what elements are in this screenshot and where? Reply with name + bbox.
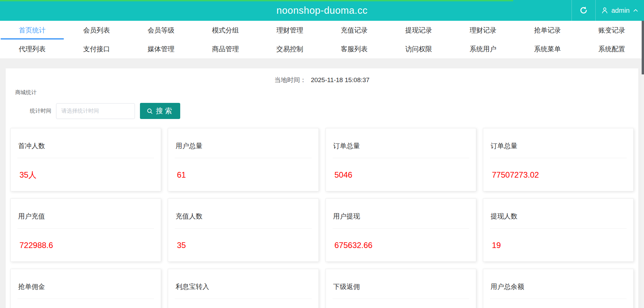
stat-value: 35人 [11,170,161,180]
stat-title: 用户总余额 [483,269,633,291]
page-load-progress-bar [0,0,513,1]
header-actions: admin [572,0,644,21]
stat-card-withdraw-users: 提现人数 19 [483,198,634,262]
nav-row-1: 首页统计 会员列表 会员等级 模式分组 理财管理 充值记录 提现记录 理财记录 … [0,21,644,40]
search-button[interactable]: 搜索 [140,103,180,119]
top-header: noonshop-duoma.cc admin [0,0,644,21]
stat-divider [175,158,311,158]
tab-system-config[interactable]: 系统配置 [580,40,644,58]
stat-card-subordinate-rebate: 下级返佣 [326,269,476,308]
stat-title: 订单总量 [326,128,476,150]
stat-value: 77507273.02 [483,170,633,180]
stat-value: 35 [168,241,318,250]
tab-product-manage[interactable]: 商品管理 [193,40,258,58]
stat-value: 675632.66 [326,241,476,250]
stats-filter-form: 统计时间 搜索 [10,103,634,119]
stat-title: 抢单佣金 [11,269,161,291]
chevron-up-icon [633,7,639,13]
stat-card-user-withdraw: 用户提现 675632.66 [326,198,476,262]
local-time-value: 2025-11-18 15:08:37 [311,76,369,83]
tab-member-level[interactable]: 会员等级 [129,21,193,40]
tab-mode-group[interactable]: 模式分组 [193,21,258,40]
stat-card-total-orders: 订单总量 5046 [326,128,476,191]
stat-card-user-total-balance: 用户总余额 [483,269,634,308]
tab-system-users[interactable]: 系统用户 [451,40,515,58]
tab-access-permission[interactable]: 访问权限 [386,40,451,58]
stat-divider [175,228,311,229]
main-navigation: 首页统计 会员列表 会员等级 模式分组 理财管理 充值记录 提现记录 理财记录 … [0,21,644,58]
local-time-label: 当地时间： [275,76,306,83]
tab-finance-manage[interactable]: 理财管理 [258,21,322,40]
stat-divider [17,299,154,299]
stat-divider [490,299,627,299]
stat-card-total-order-amount: 订单总量 77507273.02 [483,128,634,191]
local-time-row: 当地时间： 2025-11-18 15:08:37 [10,76,634,84]
stat-title: 充值人数 [168,199,318,221]
nav-row-2: 代理列表 支付接口 媒体管理 商品管理 交易控制 客服列表 访问权限 系统用户 … [0,40,644,58]
stat-card-grab-order-commission: 抢单佣金 [10,269,161,308]
content-panel: 当地时间： 2025-11-18 15:08:37 商城统计 统计时间 搜索 首… [6,68,638,308]
stat-card-recharge-users: 充值人数 35 [168,198,318,262]
tab-member-list[interactable]: 会员列表 [64,21,129,40]
stat-title: 用户总量 [168,128,318,150]
admin-username: admin [611,7,630,14]
stat-divider [175,299,311,299]
tab-media-manage[interactable]: 媒体管理 [129,40,193,58]
scrollbar[interactable] [642,21,644,308]
stat-title: 首冲人数 [11,128,161,150]
stat-value: 5046 [326,170,476,180]
stat-cards-grid: 首冲人数 35人 用户总量 61 订单总量 5046 订单总量 77507273… [10,128,634,308]
user-icon [601,7,608,14]
scrollbar-thumb[interactable] [642,21,644,74]
tab-account-change-records[interactable]: 账变记录 [580,21,644,40]
stat-divider [490,228,627,229]
stat-divider [333,158,469,158]
tab-trade-control[interactable]: 交易控制 [258,40,322,58]
stats-time-field-label: 统计时间 [10,108,56,115]
site-title: noonshop-duoma.cc [0,0,644,21]
section-title-mall-stats: 商城统计 [15,89,634,96]
stat-card-first-recharge-users: 首冲人数 35人 [10,128,161,191]
admin-menu[interactable]: admin [595,0,644,21]
stat-divider [333,299,469,299]
tab-payment-api[interactable]: 支付接口 [64,40,129,58]
stat-divider [17,228,154,229]
stat-divider [17,158,154,158]
stat-title: 利息宝转入 [168,269,318,291]
stat-divider [490,158,627,158]
tab-agent-list[interactable]: 代理列表 [0,40,64,58]
tab-customer-service-list[interactable]: 客服列表 [322,40,387,58]
stat-card-interest-treasure-in: 利息宝转入 [168,269,318,308]
search-button-label: 搜索 [156,106,174,116]
stat-divider [333,228,469,229]
stat-title: 用户提现 [326,199,476,221]
tab-system-menu[interactable]: 系统菜单 [515,40,580,58]
refresh-icon [579,6,588,15]
tab-home-stats[interactable]: 首页统计 [0,21,64,40]
stats-time-input[interactable] [56,103,135,119]
stat-title: 用户充值 [11,199,161,221]
tab-grab-order-records[interactable]: 抢单记录 [515,21,580,40]
stat-card-total-users: 用户总量 61 [168,128,318,191]
stat-card-user-recharge: 用户充值 722988.6 [10,198,161,262]
tab-recharge-records[interactable]: 充值记录 [322,21,387,40]
stat-value: 61 [168,170,318,180]
stat-value: 19 [483,241,633,250]
tab-withdraw-records[interactable]: 提现记录 [386,21,451,40]
search-icon [146,108,153,115]
stat-title: 提现人数 [483,199,633,221]
stat-title: 订单总量 [483,128,633,150]
stat-value: 722988.6 [11,241,161,250]
tab-finance-records[interactable]: 理财记录 [451,21,515,40]
refresh-button[interactable] [572,0,595,21]
stat-title: 下级返佣 [326,269,476,291]
